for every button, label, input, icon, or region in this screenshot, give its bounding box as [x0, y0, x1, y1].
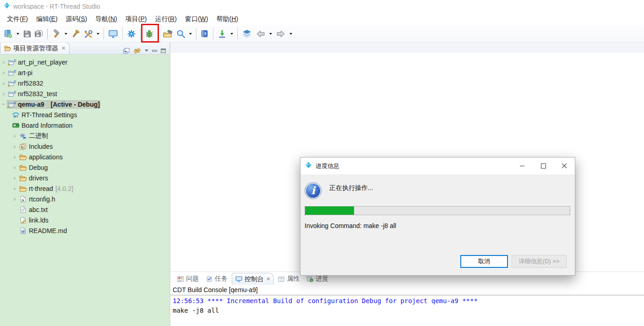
details-button[interactable]: 详细信息(D) >> — [512, 255, 567, 268]
toolbar-separator — [213, 28, 213, 39]
menu-run[interactable]: 运行(R) — [151, 14, 180, 25]
includes-icon: h — [18, 143, 27, 150]
chevron-right-icon[interactable]: › — [11, 185, 18, 192]
tree-item-label: art_pi_net_player — [18, 59, 67, 66]
tab-tasks[interactable]: 任务 — [203, 273, 231, 285]
bug-icon — [144, 29, 154, 39]
save-button[interactable] — [22, 27, 33, 40]
tab-project-explorer[interactable]: 项目资源管理器 ✕ — [0, 42, 70, 54]
tree-item-label: Board Information — [22, 122, 72, 129]
forward-arrow-icon — [275, 29, 286, 39]
tree-item-rt-settings[interactable]: RT RT-Thread Settings — [0, 109, 169, 120]
project-icon: C — [7, 69, 16, 76]
chevron-right-icon[interactable]: › — [0, 59, 7, 65]
settings-button[interactable] — [126, 27, 137, 40]
new-dropdown-arrow[interactable] — [16, 33, 19, 35]
tree-item-text-file[interactable]: abc.txt — [0, 204, 169, 215]
monitor-icon — [108, 29, 119, 39]
svg-text:.h: .h — [21, 198, 24, 201]
tree-item-board-info[interactable]: Board Information — [0, 120, 169, 130]
tree-item-project[interactable]: › C nrf52832_test — [0, 88, 169, 99]
chevron-right-icon[interactable]: › — [0, 90, 7, 97]
tree-item-md-file[interactable]: w README.md — [0, 225, 169, 236]
forward-button[interactable] — [274, 27, 287, 40]
build-button[interactable] — [50, 27, 62, 40]
menu-file[interactable]: 文件(F) — [3, 14, 32, 25]
tree-item-project[interactable]: › C art-pi — [0, 67, 169, 78]
view-menu-icon[interactable] — [145, 49, 148, 52]
tools-button[interactable] — [82, 27, 94, 40]
link-with-editor-icon[interactable] — [133, 47, 141, 54]
tree-item-project[interactable]: › C nrf52832 — [0, 78, 169, 88]
project-warning-icon: C — [7, 59, 16, 65]
maximize-view-icon[interactable] — [161, 49, 166, 53]
open-resource-button[interactable] — [161, 27, 174, 40]
tab-properties[interactable]: 属性 — [275, 273, 303, 285]
forward-dropdown-arrow[interactable] — [289, 33, 292, 35]
window-title: workspace - RT-Thread Studio — [13, 3, 100, 10]
back-button[interactable] — [254, 27, 267, 40]
collapse-all-icon[interactable] — [123, 48, 130, 54]
tree-item-label: link.lds — [29, 217, 49, 224]
minimize-button[interactable] — [512, 158, 533, 174]
chevron-right-icon[interactable]: › — [11, 196, 18, 202]
build-nail-button[interactable] — [70, 27, 82, 40]
debug-button[interactable] — [143, 27, 155, 40]
chevron-right-icon[interactable]: › — [11, 143, 18, 150]
save-all-button[interactable] — [33, 27, 44, 40]
close-tab-icon[interactable]: ✕ — [61, 45, 65, 51]
chevron-right-icon[interactable]: › — [11, 174, 18, 181]
close-button[interactable] — [554, 158, 575, 174]
tree-item-lds-file[interactable]: link.lds — [0, 215, 169, 225]
project-warning-icon: C — [7, 80, 16, 87]
chevron-right-icon[interactable]: › — [11, 132, 18, 139]
chevron-down-icon[interactable]: › — [0, 101, 7, 108]
build-dropdown-arrow[interactable] — [65, 33, 67, 35]
tree-item-header-file[interactable]: › .h rtconfig.h — [0, 194, 169, 204]
tab-label: 控制台 — [245, 275, 264, 283]
chevron-right-icon[interactable]: › — [11, 153, 18, 160]
layers-button[interactable] — [240, 27, 253, 40]
tree-item-folder-versioned[interactable]: › rt-thread [4.0.2] — [0, 183, 169, 194]
download-dropdown-arrow[interactable] — [230, 33, 233, 35]
tree-item-binaries[interactable]: › 二进制 — [0, 130, 169, 141]
menu-navigate[interactable]: 导航(N) — [91, 14, 121, 25]
tree-item-project-active[interactable]: › C qemu-a9 [Active - Debug] — [0, 99, 169, 109]
menu-edit[interactable]: 编辑(E) — [32, 14, 62, 25]
terminal-button[interactable] — [107, 27, 120, 40]
tree-item-includes[interactable]: › h Includes — [0, 141, 169, 152]
tab-console[interactable]: 控制台 ✕ — [232, 273, 274, 285]
close-tab-icon[interactable]: ✕ — [266, 276, 270, 282]
maximize-button[interactable] — [533, 158, 554, 174]
tab-problems[interactable]: 问题 — [174, 273, 202, 285]
new-wizard-button[interactable] — [2, 27, 14, 40]
tree-item-folder[interactable]: › Debug — [0, 162, 169, 173]
layers-icon — [241, 29, 252, 39]
console-output[interactable]: 12:56:53 **** Incremental Build of confi… — [170, 295, 644, 326]
back-dropdown-arrow[interactable] — [269, 33, 272, 35]
search-dropdown-arrow[interactable] — [189, 33, 192, 35]
console-description: CDT Build Console [qemu-a9] — [170, 285, 644, 295]
tree-item-project[interactable]: › C art_pi_net_player — [0, 57, 169, 67]
dialog-titlebar[interactable]: RT 进度信息 — [300, 158, 575, 174]
tools-dropdown-arrow[interactable] — [97, 33, 99, 35]
menu-help[interactable]: 帮助(H) — [212, 14, 242, 25]
chevron-right-icon[interactable]: › — [0, 80, 7, 87]
tree-item-label: Debug — [29, 164, 48, 171]
search-button[interactable] — [175, 27, 187, 40]
menu-window[interactable]: 窗口(W) — [181, 14, 213, 25]
toolbar-separator — [237, 28, 238, 39]
download-button[interactable] — [216, 27, 228, 40]
svg-text:C: C — [14, 59, 16, 63]
help-book-button[interactable]: ? — [199, 27, 210, 40]
tree-item-label: art-pi — [18, 69, 33, 76]
menu-project[interactable]: 项目(P) — [121, 14, 151, 25]
minimize-view-icon[interactable] — [152, 50, 157, 52]
tree-item-folder[interactable]: › drivers — [0, 173, 169, 183]
chevron-right-icon[interactable]: › — [0, 69, 7, 76]
chevron-right-icon[interactable]: › — [11, 164, 18, 171]
menu-source[interactable]: 源码(S) — [62, 14, 92, 25]
folder-icon — [18, 164, 27, 171]
tree-item-folder[interactable]: › applications — [0, 152, 169, 162]
cancel-button[interactable]: 取消 — [460, 255, 508, 268]
